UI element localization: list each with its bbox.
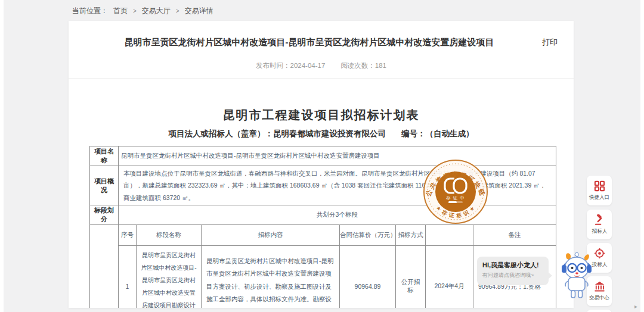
print-button[interactable]: 打印 [542,37,558,48]
table-header-row: 序号 标段名称 招标内容 合同估算价（万元） 招标方式 备注 [90,225,556,246]
publish-time-label: 发布时间： [256,62,290,69]
col-header-section-name: 标段名称 [137,225,202,246]
cell-seq: 1 [119,246,137,308]
breadcrumb-separator-icon: > [176,8,179,14]
project-overview-value: 本项目建设地点位于昆明市呈贡区龙城街道，春融西路与祥和街交叉口，米兰园对面。昆明… [119,166,556,205]
sections-value: 共划分3个标段 [119,205,556,225]
col-header-seq: 序号 [119,225,137,246]
blockchain-stamp: 公共资源交易区块链 ★ 存 证 标 识 ★ 存 证 中 [422,158,489,225]
cell-plan-time: 2024年4月 [426,246,473,308]
chat-bubble[interactable]: HI,我是客服小龙人! 有问题请点我咨询哦~ [477,257,549,285]
sidebar-item-partial[interactable] [587,310,612,312]
mascot-dragon-icon [555,250,599,304]
cell-contract-estimate: 90964.89 [340,246,396,308]
read-count-label: 阅读次数： [340,62,375,69]
grid-icon [594,180,605,192]
window-edge-left [0,0,4,312]
legal-person: 项目法人或招标人（盖章）：昆明春都城市建设投资有限公司 [169,129,386,139]
col-header-hidden [426,225,473,246]
cell-section-name: 昆明市呈贡区龙街村片区城中村改造项目-昆明市呈贡区龙街村片区城中村改造安置房建设… [137,246,202,308]
sidebar-item-label: 招标人 [592,227,607,235]
mascot-dragon[interactable] [555,250,599,304]
plan-number: 编号：（自动生成） [401,129,474,139]
breadcrumb-separator-icon: > [133,8,137,14]
gavel-icon [594,214,605,226]
plan-table-subtitle: 项目法人或招标人（盖章）：昆明春都城市建设投资有限公司 编号：（自动生成） [69,129,574,139]
announcement-meta: 发布时间：2024-04-17阅读次数：181 [69,61,574,70]
cell-bid-content: 昆明市呈贡区龙街村片区城中村改造项目-昆明市呈贡区龙街村片区城中村改造安置房建设… [202,246,340,308]
breadcrumb-label: 当前位置： [72,6,108,16]
chat-greeting: HI,我是客服小龙人! [482,261,543,270]
cell-bid-method: 公开招标 [396,246,426,308]
project-overview-label: 项目概况 [90,166,119,205]
breadcrumb-trade-detail[interactable]: 交易详情 [185,6,213,16]
blockchain-stamp-icon: 公共资源交易区块链 ★ 存 证 标 识 ★ 存 证 中 [422,158,489,225]
header-divider [69,78,574,79]
svg-text:存 证 中: 存 证 中 [445,195,465,201]
sidebar-item-tenderer[interactable]: 招标人 [587,210,612,239]
publish-time: 2024-04-17 [290,62,325,69]
breadcrumb-trade-hall[interactable]: 交易大厅 [142,6,171,16]
sections-label: 标段划分 [90,205,119,225]
chat-subtext: 有问题请点我咨询哦~ [482,272,543,279]
plan-table-title: 昆明市工程建设项目拟招标计划表 [69,107,574,123]
read-count: 181 [375,62,386,69]
project-name-label: 项目名称 [90,146,119,166]
col-header-remark: 备注 [473,225,556,246]
col-header-bid-content: 招标内容 [202,225,340,246]
announcement-title: 昆明市呈贡区龙街村片区城中村改造项目-昆明市呈贡区龙街村片区城中村改造安置房建设… [110,37,508,48]
window-edge-right [640,0,644,312]
breadcrumb-home[interactable]: 首页 [113,6,128,16]
col-header-bid-method: 招标方式 [396,225,426,246]
breadcrumb: 当前位置： 首页 > 交易大厅 > 交易详情 [72,6,213,16]
sidebar-item-quick-entry[interactable]: 快捷入口 [587,176,612,205]
project-name-value: 昆明市呈贡区龙街村片区城中村改造项目-昆明市呈贡区龙街村片区城中村改造安置房建设… [119,146,556,166]
empty-cell [90,225,119,308]
corner-scroll-icon[interactable]: ▸ [634,303,637,310]
col-header-contract-estimate: 合同估算价（万元） [340,225,396,246]
sidebar-item-label: 快捷入口 [589,194,609,201]
